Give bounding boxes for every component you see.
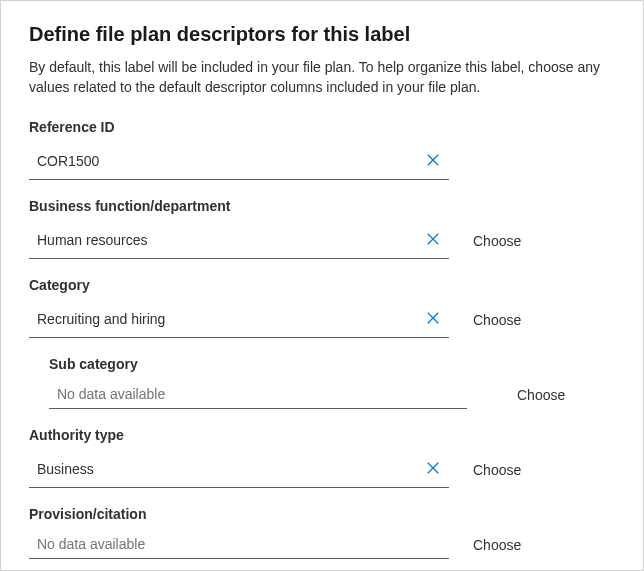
business-function-label: Business function/department — [29, 198, 615, 214]
category-choose-button[interactable]: Choose — [473, 312, 521, 328]
reference-id-group: Reference ID — [29, 119, 615, 180]
authority-type-input[interactable] — [37, 461, 417, 477]
category-group: Category Choose Sub category Choose — [29, 277, 615, 409]
reference-id-input-wrapper — [29, 143, 449, 180]
business-function-choose-button[interactable]: Choose — [473, 233, 521, 249]
provision-citation-input-wrapper — [29, 530, 449, 559]
sub-category-group: Sub category Choose — [49, 356, 615, 409]
authority-type-clear-button[interactable] — [417, 457, 449, 481]
category-row: Choose — [29, 301, 615, 338]
page-description: By default, this label will be included … — [29, 58, 615, 97]
close-icon — [426, 232, 440, 249]
business-function-row: Choose — [29, 222, 615, 259]
category-input[interactable] — [37, 311, 417, 327]
reference-id-label: Reference ID — [29, 119, 615, 135]
sub-category-input-wrapper — [49, 380, 467, 409]
authority-type-choose-button[interactable]: Choose — [473, 462, 521, 478]
reference-id-input[interactable] — [37, 153, 417, 169]
close-icon — [426, 153, 440, 170]
business-function-input-wrapper — [29, 222, 449, 259]
provision-citation-label: Provision/citation — [29, 506, 615, 522]
close-icon — [426, 461, 440, 478]
authority-type-input-wrapper — [29, 451, 449, 488]
sub-category-input[interactable] — [57, 386, 467, 402]
reference-id-row — [29, 143, 615, 180]
provision-citation-choose-button[interactable]: Choose — [473, 537, 521, 553]
authority-type-label: Authority type — [29, 427, 615, 443]
category-clear-button[interactable] — [417, 307, 449, 331]
business-function-clear-button[interactable] — [417, 228, 449, 252]
file-plan-panel: Define file plan descriptors for this la… — [0, 0, 644, 571]
business-function-group: Business function/department Choose — [29, 198, 615, 259]
provision-citation-input[interactable] — [37, 536, 449, 552]
category-label: Category — [29, 277, 615, 293]
provision-citation-group: Provision/citation Choose — [29, 506, 615, 559]
reference-id-clear-button[interactable] — [417, 149, 449, 173]
business-function-input[interactable] — [37, 232, 417, 248]
sub-category-label: Sub category — [49, 356, 615, 372]
sub-category-row: Choose — [49, 380, 615, 409]
authority-type-row: Choose — [29, 451, 615, 488]
close-icon — [426, 311, 440, 328]
provision-citation-row: Choose — [29, 530, 615, 559]
category-input-wrapper — [29, 301, 449, 338]
sub-category-choose-button[interactable]: Choose — [517, 387, 565, 403]
page-title: Define file plan descriptors for this la… — [29, 23, 615, 46]
authority-type-group: Authority type Choose — [29, 427, 615, 488]
